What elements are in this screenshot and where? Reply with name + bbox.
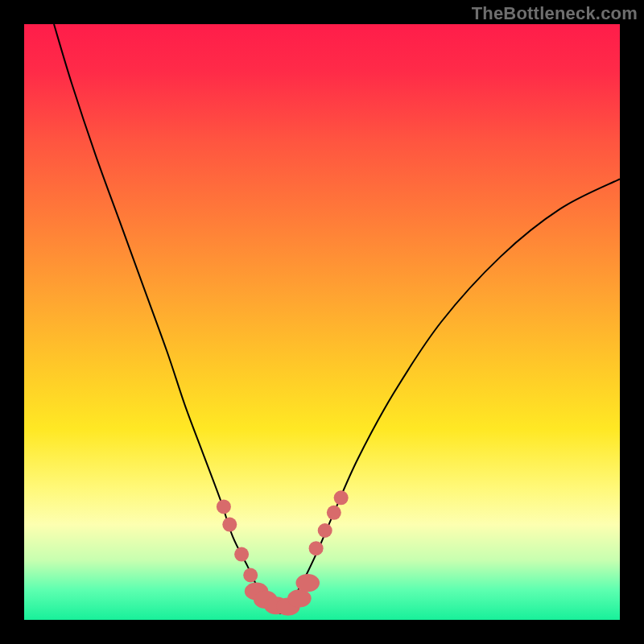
dots-group (217, 490, 349, 582)
right-curve (280, 179, 620, 613)
data-dot (327, 506, 341, 520)
chart-frame: TheBottleneck.com (0, 0, 644, 644)
data-bead (287, 589, 312, 607)
data-dot (318, 523, 332, 538)
data-dot (217, 499, 231, 514)
plot-area (24, 24, 620, 620)
watermark-text: TheBottleneck.com (472, 3, 638, 24)
data-dot (334, 490, 349, 505)
beads-group (245, 574, 320, 616)
data-dot (243, 568, 258, 583)
data-bead (295, 574, 320, 592)
chart-svg (24, 24, 620, 620)
data-dot (234, 547, 249, 562)
data-dot (222, 518, 237, 532)
data-dot (309, 541, 324, 555)
left-curve (54, 24, 280, 614)
